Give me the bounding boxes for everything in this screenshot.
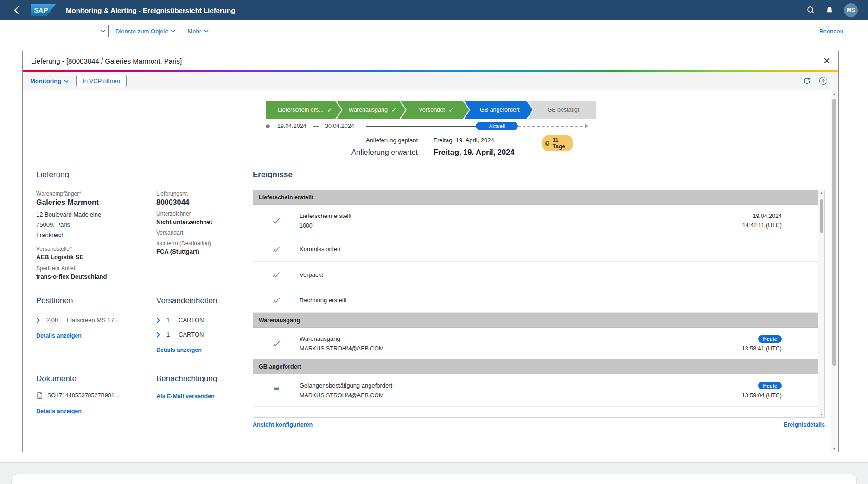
scroll-up-icon[interactable]: ▲ bbox=[818, 191, 824, 195]
events-scrollbar-thumb[interactable] bbox=[820, 199, 823, 233]
panel-content: Lieferschein ers... ✓ Warenausgang ✓ Ver… bbox=[23, 90, 838, 452]
versandeinheiten-heading: Versandeinheiten bbox=[156, 296, 249, 306]
object-toolbar: Dienste zum Objekt Mehr Beenden bbox=[0, 20, 868, 42]
positionen-details-link[interactable]: Details anzeigen bbox=[36, 332, 82, 339]
event-row[interactable]: Warenausgang MARKUS.STROHM@AEB.COM Heute… bbox=[253, 328, 818, 359]
progress-step-versendet[interactable]: Versendet ✓ bbox=[401, 101, 469, 119]
pending-check-icon bbox=[253, 296, 300, 304]
aktuell-badge: Aktuell bbox=[476, 122, 518, 130]
content-scrollbar-thumb[interactable] bbox=[832, 99, 836, 366]
document-icon bbox=[36, 392, 43, 399]
refresh-icon[interactable] bbox=[803, 77, 811, 85]
event-row[interactable]: Kommissioniert bbox=[253, 236, 818, 262]
event-row[interactable]: Rechnung erstellt bbox=[253, 287, 818, 313]
sap-logo: SAP bbox=[31, 4, 56, 16]
event-time: 14:42:11 (UTC) bbox=[742, 222, 782, 229]
event-row[interactable]: Lieferschein erstellt 1000 19.04.2024 14… bbox=[253, 205, 818, 236]
content-scrollbar[interactable]: ▲ ▼ bbox=[831, 91, 837, 451]
event-subtitle: MARKUS.STROHM@AEB.COM bbox=[300, 345, 742, 352]
step-label: GB angefordert bbox=[480, 107, 519, 113]
dokumente-heading: Dokumente bbox=[36, 374, 157, 383]
versandeinheit-qty: 1 bbox=[166, 331, 179, 338]
mehr-label: Mehr bbox=[187, 28, 201, 35]
avatar[interactable]: MS bbox=[844, 3, 858, 17]
events-footer: Ansicht konfigurieren Ereignisdetails bbox=[253, 421, 825, 428]
timeline-dot-icon bbox=[266, 124, 270, 128]
sap-logo-text: SAP bbox=[34, 6, 48, 14]
tage-badge: 11 Tage bbox=[542, 135, 573, 151]
lieferungsnr-label: Lieferungsnr. bbox=[156, 191, 254, 197]
event-title: Gelangensbestätigung angefordert bbox=[300, 382, 742, 389]
positionen-heading: Positionen bbox=[36, 296, 152, 306]
chevron-left-icon bbox=[13, 6, 20, 15]
progress-step-lieferschein-erstellt[interactable]: Lieferschein ers... ✓ bbox=[266, 101, 342, 119]
als-email-versenden-link[interactable]: Als E-Mail versenden bbox=[156, 393, 215, 400]
progress-step-gb-bestaetigt[interactable]: GB bestätigt bbox=[528, 101, 596, 119]
heute-badge: Heute bbox=[758, 382, 782, 389]
versandart-label: Versandart bbox=[156, 229, 254, 236]
heute-badge: Heute bbox=[758, 335, 782, 343]
document-name: SO17144855378527B901... bbox=[47, 392, 119, 399]
event-group-header: Lieferschein erstellt bbox=[253, 190, 818, 205]
progress-step-gb-angefordert[interactable]: GB angefordert bbox=[464, 101, 533, 119]
chevron-down-icon bbox=[171, 30, 175, 32]
address-line: 12 Boulevard Madeleine bbox=[36, 210, 156, 220]
versandeinheit-item[interactable]: 1 CARTON bbox=[156, 331, 249, 338]
ereignisdetails-link[interactable]: Ereignisdetails bbox=[784, 421, 825, 428]
notifications-bell-icon[interactable] bbox=[825, 6, 834, 15]
beenden-button[interactable]: Beenden bbox=[819, 28, 843, 35]
versandeinheit-item[interactable]: 1 CARTON bbox=[156, 317, 249, 324]
scroll-down-icon[interactable]: ▼ bbox=[818, 413, 824, 416]
object-combobox[interactable] bbox=[21, 25, 109, 37]
document-item[interactable]: SO17144855378527B901... bbox=[36, 392, 157, 399]
event-row[interactable]: Gelangensbestätigung angefordert MARKUS.… bbox=[253, 374, 818, 407]
in-vcp-oeffnen-button[interactable]: In VCP öffnen bbox=[76, 75, 126, 87]
shell-actions: MS bbox=[807, 3, 858, 17]
timeline-dashed-line bbox=[518, 126, 587, 127]
event-row[interactable]: Verpackt bbox=[253, 262, 818, 287]
dienste-zum-objekt-menu[interactable]: Dienste zum Objekt bbox=[115, 28, 175, 35]
event-title: Warenausgang bbox=[300, 335, 742, 342]
help-icon[interactable]: ? bbox=[819, 77, 827, 85]
check-icon: ✓ bbox=[391, 107, 396, 114]
dokumente-details-link[interactable]: Details anzeigen bbox=[36, 408, 82, 414]
check-icon: ✓ bbox=[327, 107, 332, 114]
versandeinheiten-details-link[interactable]: Details anzeigen bbox=[156, 347, 202, 353]
timeline-solid-line bbox=[366, 126, 476, 127]
scroll-up-icon[interactable]: ▲ bbox=[831, 92, 837, 96]
ereignisse-heading: Ereignisse bbox=[253, 170, 293, 179]
position-text: Flatscreen MS 17... bbox=[67, 317, 119, 324]
scroll-down-icon[interactable]: ▼ bbox=[831, 447, 837, 450]
versandeinheit-qty: 1 bbox=[166, 317, 179, 324]
ansicht-konfigurieren-link[interactable]: Ansicht konfigurieren bbox=[253, 421, 313, 428]
back-button[interactable] bbox=[10, 4, 23, 17]
lieferung-heading: Lieferung bbox=[36, 170, 254, 179]
lieferungsnr-value: 80003044 bbox=[156, 198, 254, 207]
versandstelle-label: Versandstelle* bbox=[36, 246, 156, 252]
event-time: 13:59:04 (UTC) bbox=[742, 392, 782, 399]
combobox-input[interactable] bbox=[21, 25, 97, 37]
mehr-menu[interactable]: Mehr bbox=[187, 28, 209, 35]
search-icon[interactable] bbox=[807, 6, 815, 14]
progress-step-warenausgang[interactable]: Warenausgang ✓ bbox=[337, 101, 406, 119]
position-item[interactable]: 2,00 Flatscreen MS 17... bbox=[36, 317, 152, 324]
event-time: 13:58:41 (UTC) bbox=[742, 345, 782, 352]
panel-header: Lieferung - [80003044 / Galeries Marmont… bbox=[23, 51, 838, 70]
chevron-right-icon bbox=[156, 318, 160, 323]
address-line: 75009, Paris bbox=[36, 220, 156, 230]
chevron-down-icon[interactable] bbox=[97, 25, 108, 37]
success-check-icon bbox=[253, 217, 300, 225]
close-icon[interactable]: × bbox=[823, 55, 830, 66]
incoterm-value: FCA (Stuttgart) bbox=[156, 248, 254, 255]
lieferung-panel: Lieferung - [80003044 / Galeries Marmont… bbox=[22, 51, 839, 452]
tage-badge-label: 11 Tage bbox=[553, 137, 567, 150]
pending-check-icon bbox=[253, 245, 300, 253]
monitoring-menu[interactable]: Monitoring bbox=[30, 77, 69, 84]
spediteur-label: Spediteur Anlief. bbox=[36, 265, 156, 272]
panel-title: Lieferung - [80003044 / Galeries Marmont… bbox=[31, 57, 182, 65]
chevron-down-icon bbox=[64, 80, 69, 83]
monitoring-label: Monitoring bbox=[30, 77, 61, 84]
anlieferung-info: Anlieferung geplant Freitag, 19. April, … bbox=[283, 137, 515, 157]
events-scrollbar[interactable]: ▲ ▼ bbox=[818, 190, 824, 417]
panel-subtoolbar-actions: ? bbox=[803, 77, 831, 85]
